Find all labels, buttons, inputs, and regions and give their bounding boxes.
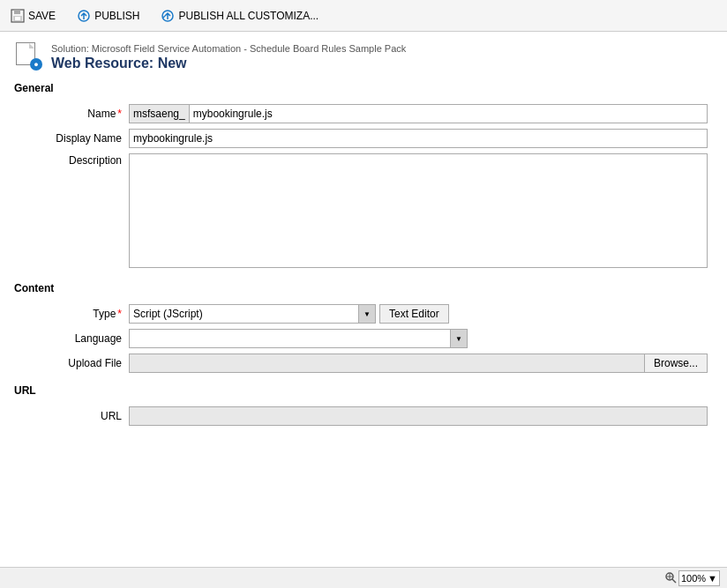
- publish-all-button[interactable]: PUBLISH ALL CUSTOMIZA...: [157, 7, 322, 25]
- svg-rect-1: [14, 10, 20, 14]
- general-form: Name* msfsaeng_ Display Name Description: [14, 101, 713, 273]
- content-section-header: Content: [14, 282, 713, 294]
- description-row: Description: [14, 151, 713, 273]
- url-section-header: URL: [14, 384, 713, 397]
- save-button[interactable]: SAVE: [7, 7, 59, 25]
- main-content: ● Solution: Microsoft Field Service Auto…: [0, 32, 727, 567]
- breadcrumb: Solution: Microsoft Field Service Automa…: [51, 42, 406, 56]
- display-name-row: Display Name: [14, 126, 713, 151]
- upload-file-input[interactable]: [129, 354, 644, 373]
- language-select[interactable]: [129, 329, 468, 348]
- name-field-group: msfsaeng_: [129, 104, 708, 123]
- status-bar: 100% ▼: [0, 567, 727, 588]
- type-field-group: Script (JScript) HTML CSS XML PNG JPG GI…: [129, 304, 708, 324]
- general-section-header: General: [14, 82, 713, 94]
- zoom-dropdown[interactable]: 100% ▼: [678, 570, 720, 586]
- breadcrumb-text-area: Solution: Microsoft Field Service Automa…: [51, 42, 406, 71]
- zoom-area: 100% ▼: [664, 570, 720, 586]
- svg-line-7: [672, 579, 676, 583]
- description-label: Description: [14, 151, 129, 273]
- svg-rect-3: [15, 17, 20, 20]
- upload-file-label: Upload File: [14, 351, 129, 376]
- upload-field-group: Browse...: [129, 354, 708, 373]
- publish-label: PUBLISH: [94, 10, 139, 22]
- zoom-value: 100%: [681, 573, 706, 584]
- content-form: Type* Script (JScript) HTML CSS XML PNG …: [14, 301, 713, 376]
- publish-all-icon: [161, 9, 175, 23]
- publish-all-label: PUBLISH ALL CUSTOMIZA...: [178, 10, 319, 22]
- publish-icon: [77, 9, 91, 23]
- url-label: URL: [14, 404, 129, 428]
- name-prefix: msfsaeng_: [129, 104, 189, 123]
- description-textarea[interactable]: [129, 153, 708, 268]
- display-name-input-cell: [129, 126, 713, 151]
- language-select-wrapper: ▼: [129, 329, 468, 348]
- url-input-cell: [129, 404, 713, 428]
- globe-icon: ●: [30, 58, 42, 71]
- description-input-cell: [129, 151, 713, 273]
- display-name-input[interactable]: [129, 129, 708, 148]
- required-star: *: [117, 108, 122, 120]
- type-required-star: *: [117, 308, 122, 320]
- language-label: Language: [14, 326, 129, 351]
- upload-file-row: Upload File Browse...: [14, 351, 713, 376]
- name-row: Name* msfsaeng_: [14, 101, 713, 126]
- publish-button[interactable]: PUBLISH: [73, 7, 143, 25]
- name-input-cell: msfsaeng_: [129, 101, 713, 126]
- zoom-dropdown-arrow: ▼: [708, 573, 717, 584]
- type-label: Type*: [14, 301, 129, 326]
- language-row: Language ▼: [14, 326, 713, 351]
- url-input[interactable]: [129, 406, 708, 426]
- zoom-icon: [664, 571, 677, 585]
- save-icon: [11, 9, 25, 23]
- page-title: Web Resource: New: [51, 56, 406, 71]
- language-input-cell: ▼: [129, 326, 713, 351]
- type-input-cell: Script (JScript) HTML CSS XML PNG JPG GI…: [129, 301, 713, 326]
- type-row: Type* Script (JScript) HTML CSS XML PNG …: [14, 301, 713, 326]
- web-resource-icon: ●: [14, 42, 42, 71]
- url-row: URL: [14, 404, 713, 428]
- name-input[interactable]: [189, 104, 708, 123]
- type-select-wrapper: Script (JScript) HTML CSS XML PNG JPG GI…: [129, 304, 376, 324]
- display-name-label: Display Name: [14, 126, 129, 151]
- text-editor-button[interactable]: Text Editor: [379, 304, 449, 324]
- toolbar: SAVE PUBLISH PUBLISH ALL CUSTOMIZA...: [0, 0, 727, 32]
- breadcrumb-area: ● Solution: Microsoft Field Service Auto…: [14, 42, 713, 71]
- name-label: Name*: [14, 101, 129, 126]
- save-label: SAVE: [28, 10, 56, 22]
- url-form: URL: [14, 404, 713, 428]
- type-select[interactable]: Script (JScript) HTML CSS XML PNG JPG GI…: [129, 304, 376, 324]
- browse-button[interactable]: Browse...: [644, 354, 708, 373]
- upload-file-input-cell: Browse...: [129, 351, 713, 376]
